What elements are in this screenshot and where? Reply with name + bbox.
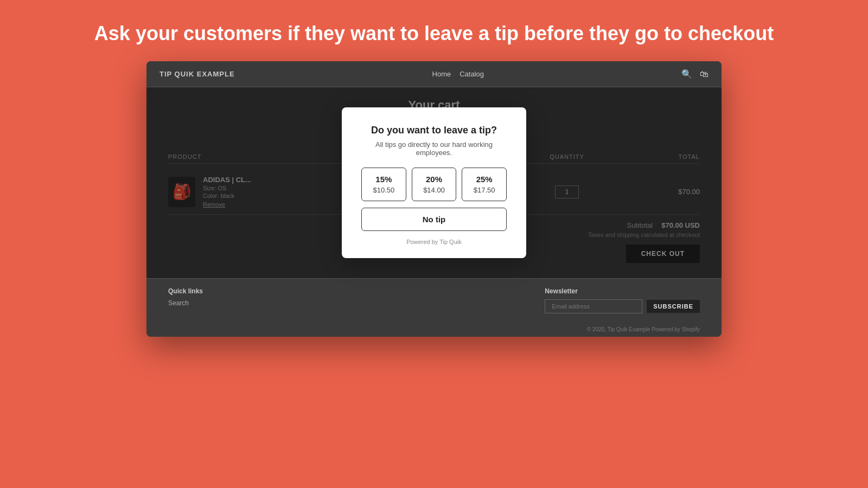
tip-pct-25: 25% xyxy=(467,175,502,184)
tip-option-15[interactable]: 15% $10.50 xyxy=(361,168,406,201)
email-input[interactable] xyxy=(545,299,642,313)
modal-overlay: Do you want to leave a tip? All tips go … xyxy=(146,87,722,278)
store-nav: TIP QUIK EXAMPLE Home Catalog 🔍 🛍 xyxy=(146,61,722,87)
tip-amt-20: $14.00 xyxy=(417,186,452,194)
tip-modal: Do you want to leave a tip? All tips go … xyxy=(342,107,526,258)
nav-home[interactable]: Home xyxy=(432,70,451,78)
store-logo: TIP QUIK EXAMPLE xyxy=(159,70,235,78)
store-content: Your cart Continue shopping ← Cancel PRO… xyxy=(146,87,722,278)
tip-option-25[interactable]: 25% $17.50 xyxy=(462,168,507,201)
search-icon[interactable]: 🔍 xyxy=(681,69,692,79)
nav-catalog[interactable]: Catalog xyxy=(459,70,484,78)
tip-pct-20: 20% xyxy=(417,175,452,184)
tip-modal-subtitle: All tips go directly to our hard working… xyxy=(361,140,507,157)
subscribe-button[interactable]: SUBSCRIBE xyxy=(647,300,700,313)
no-tip-button[interactable]: No tip xyxy=(361,208,507,231)
search-link[interactable]: Search xyxy=(168,299,203,307)
tip-modal-title: Do you want to leave a tip? xyxy=(361,125,507,136)
newsletter-row: SUBSCRIBE xyxy=(545,299,700,313)
footer-copyright: © 2020, Tip Quik Example Powered by Shop… xyxy=(146,322,722,337)
quick-links-title: Quick links xyxy=(168,287,203,295)
page-heading: Ask your customers if they want to leave… xyxy=(0,0,868,61)
store-footer: Quick links Search Newsletter SUBSCRIBE xyxy=(146,278,722,322)
tip-option-20[interactable]: 20% $14.00 xyxy=(412,168,457,201)
nav-links: Home Catalog xyxy=(432,70,484,78)
newsletter-title: Newsletter xyxy=(545,287,700,295)
cart-icon[interactable]: 🛍 xyxy=(700,69,709,79)
powered-by: Powered by Tip Quik xyxy=(361,239,507,245)
tip-amt-15: $10.50 xyxy=(366,186,401,194)
tip-pct-15: 15% xyxy=(366,175,401,184)
nav-icons: 🔍 🛍 xyxy=(681,69,709,79)
footer-newsletter: Newsletter SUBSCRIBE xyxy=(545,287,700,313)
tip-options: 15% $10.50 20% $14.00 25% $17.50 xyxy=(361,168,507,201)
tip-amt-25: $17.50 xyxy=(467,186,502,194)
footer-quick-links: Quick links Search xyxy=(168,287,203,307)
browser-window: TIP QUIK EXAMPLE Home Catalog 🔍 🛍 Your c… xyxy=(146,61,722,337)
